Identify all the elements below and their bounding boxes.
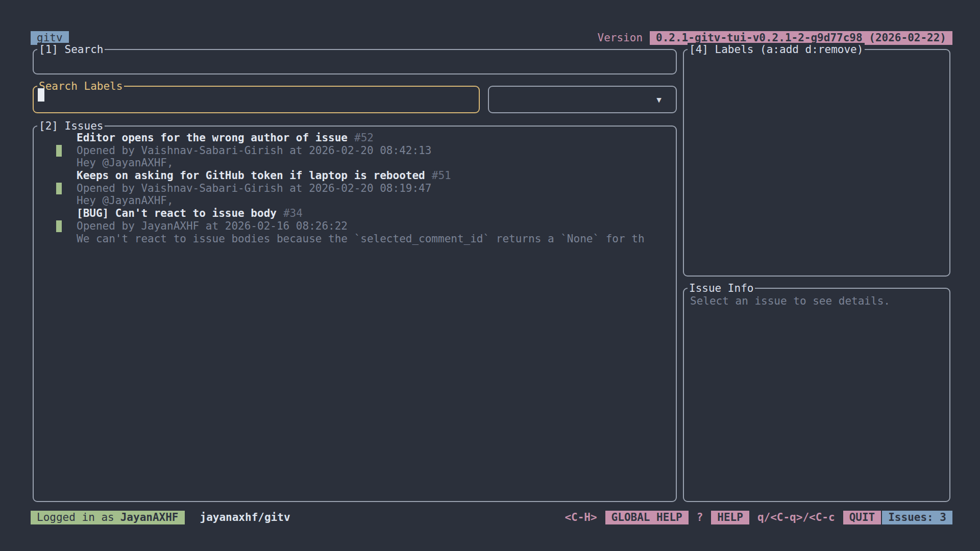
quit-issues-group: QUIT Issues: 3	[843, 511, 952, 524]
global-help-badge: GLOBAL HELP	[605, 511, 689, 524]
issue-title: [BUG] Can't react to issue body	[77, 207, 277, 219]
issue-info-title: Issue Info	[688, 282, 755, 295]
app-window: gitv Version 0.2.1-gitv-tui-v0.2.1-2-g9d…	[0, 0, 980, 551]
issue-body-preview: Hey @JayanAXHF,	[77, 157, 174, 169]
issue-title: Keeps on asking for GitHub token if lapt…	[77, 169, 425, 182]
label-dropdown[interactable]: ▼	[488, 86, 677, 113]
login-prefix: Logged in as	[37, 511, 114, 523]
quit-badge: QUIT	[843, 511, 881, 524]
issue-body-preview: Hey @JayanAXHF,	[77, 194, 174, 207]
issues-list: Editor opens for the wrong author of iss…	[34, 127, 676, 245]
issue-row[interactable]: Editor opens for the wrong author of iss…	[34, 132, 676, 169]
label-search-title: Search Labels	[37, 80, 124, 93]
issue-opened-meta: Opened by Vaishnav-Sabari-Girish at 2026…	[77, 144, 431, 157]
help-keybind: ?	[697, 511, 703, 523]
issue-number: #52	[354, 132, 374, 144]
issues-panel: [2] Issues Editor opens for the wrong au…	[33, 126, 677, 502]
issue-info-panel: Issue Info Select an issue to see detail…	[683, 288, 950, 502]
issue-opened-meta: Opened by Vaishnav-Sabari-Girish at 2026…	[77, 182, 431, 194]
issue-number: #34	[283, 207, 303, 219]
issue-body-preview: We can't react to issue bodies because t…	[77, 233, 645, 245]
login-username: JayanAXHF	[120, 511, 179, 523]
issue-number: #51	[432, 169, 451, 182]
version-label: Version	[598, 31, 643, 45]
status-bar: Logged in asJayanAXHF jayanaxhf/gitv <C-…	[31, 510, 952, 524]
repo-name: jayanaxhf/gitv	[200, 511, 290, 523]
quit-keybind: q/<C-q>/<C-c	[757, 511, 835, 523]
issue-state-bar	[56, 183, 62, 194]
status-bar-left: Logged in asJayanAXHF jayanaxhf/gitv	[31, 511, 290, 524]
chevron-down-icon: ▼	[656, 95, 662, 105]
login-badge: Logged in asJayanAXHF	[31, 511, 185, 524]
global-help-keybind: <C-H>	[565, 511, 597, 523]
issue-state-bar	[56, 145, 62, 157]
label-search-input[interactable]: Search Labels	[33, 86, 480, 113]
labels-panel-title: [4] Labels (a:add d:remove)	[688, 43, 865, 56]
status-bar-right: <C-H> GLOBAL HELP ? HELP q/<C-q>/<C-c QU…	[565, 511, 952, 524]
text-cursor	[38, 88, 44, 102]
search-panel-title: [1] Search	[37, 43, 105, 56]
labels-panel: [4] Labels (a:add d:remove)	[683, 49, 950, 277]
issue-state-bar	[56, 220, 62, 232]
issues-panel-title: [2] Issues	[37, 119, 105, 133]
help-badge: HELP	[711, 511, 749, 524]
issues-count-badge: Issues: 3	[882, 511, 952, 524]
issue-opened-meta: Opened by JayanAXHF at 2026-02-16 08:26:…	[77, 220, 348, 232]
search-input[interactable]: [1] Search	[33, 49, 677, 74]
issue-row[interactable]: [BUG] Can't react to issue body#34Opened…	[34, 207, 676, 245]
issue-row[interactable]: Keeps on asking for GitHub token if lapt…	[34, 169, 676, 207]
issue-title: Editor opens for the wrong author of iss…	[77, 132, 348, 144]
